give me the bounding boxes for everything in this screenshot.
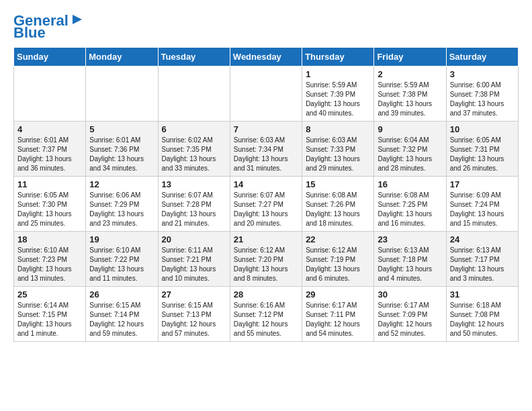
day-number: 1 (306, 69, 370, 79)
day-number: 7 (234, 124, 298, 134)
day-number: 29 (306, 289, 370, 300)
calendar-cell: 20Sunrise: 6:11 AM Sunset: 7:21 PM Dayli… (158, 232, 230, 287)
calendar-cell: 25Sunrise: 6:14 AM Sunset: 7:15 PM Dayli… (14, 287, 86, 342)
day-info: Sunrise: 6:10 AM Sunset: 7:22 PM Dayligh… (89, 246, 154, 283)
calendar-cell: 22Sunrise: 6:12 AM Sunset: 7:19 PM Dayli… (302, 232, 374, 287)
calendar-cell: 28Sunrise: 6:16 AM Sunset: 7:12 PM Dayli… (230, 287, 302, 342)
day-number: 11 (17, 179, 82, 189)
calendar-cell (86, 66, 158, 122)
calendar-cell: 13Sunrise: 6:07 AM Sunset: 7:28 PM Dayli… (158, 177, 230, 232)
calendar-cell: 23Sunrise: 6:13 AM Sunset: 7:18 PM Dayli… (374, 232, 446, 287)
day-info: Sunrise: 6:03 AM Sunset: 7:34 PM Dayligh… (234, 136, 298, 173)
logo-arrow-icon (70, 12, 85, 27)
column-header-tuesday: Tuesday (158, 48, 230, 66)
column-header-sunday: Sunday (14, 48, 86, 66)
calendar-cell: 8Sunrise: 6:03 AM Sunset: 7:33 PM Daylig… (302, 122, 374, 177)
calendar-cell: 31Sunrise: 6:18 AM Sunset: 7:08 PM Dayli… (446, 287, 518, 342)
day-number: 18 (17, 234, 82, 244)
column-header-monday: Monday (86, 48, 158, 66)
day-info: Sunrise: 6:04 AM Sunset: 7:32 PM Dayligh… (378, 136, 442, 173)
calendar-cell: 1Sunrise: 5:59 AM Sunset: 7:39 PM Daylig… (302, 66, 374, 122)
day-info: Sunrise: 6:17 AM Sunset: 7:09 PM Dayligh… (378, 301, 442, 338)
day-number: 14 (234, 179, 298, 189)
day-number: 28 (234, 289, 298, 300)
day-info: Sunrise: 6:11 AM Sunset: 7:21 PM Dayligh… (162, 246, 226, 283)
day-info: Sunrise: 6:07 AM Sunset: 7:27 PM Dayligh… (234, 191, 298, 228)
calendar-cell: 11Sunrise: 6:05 AM Sunset: 7:30 PM Dayli… (14, 177, 86, 232)
day-info: Sunrise: 6:14 AM Sunset: 7:15 PM Dayligh… (17, 301, 82, 338)
calendar-cell: 4Sunrise: 6:01 AM Sunset: 7:37 PM Daylig… (14, 122, 86, 177)
calendar-cell: 14Sunrise: 6:07 AM Sunset: 7:27 PM Dayli… (230, 177, 302, 232)
day-number: 2 (378, 69, 442, 79)
day-info: Sunrise: 6:16 AM Sunset: 7:12 PM Dayligh… (234, 301, 298, 338)
day-number: 15 (306, 179, 370, 189)
day-number: 25 (17, 289, 82, 300)
calendar-cell: 21Sunrise: 6:12 AM Sunset: 7:20 PM Dayli… (230, 232, 302, 287)
day-info: Sunrise: 5:59 AM Sunset: 7:39 PM Dayligh… (306, 81, 370, 118)
day-number: 23 (378, 234, 442, 244)
day-info: Sunrise: 6:13 AM Sunset: 7:17 PM Dayligh… (450, 246, 515, 283)
day-number: 5 (89, 124, 154, 134)
calendar-cell: 27Sunrise: 6:15 AM Sunset: 7:13 PM Dayli… (158, 287, 230, 342)
day-info: Sunrise: 6:01 AM Sunset: 7:36 PM Dayligh… (89, 136, 154, 173)
day-info: Sunrise: 6:18 AM Sunset: 7:08 PM Dayligh… (450, 301, 515, 338)
day-info: Sunrise: 6:03 AM Sunset: 7:33 PM Dayligh… (306, 136, 370, 173)
day-info: Sunrise: 6:06 AM Sunset: 7:29 PM Dayligh… (89, 191, 154, 228)
calendar-cell: 24Sunrise: 6:13 AM Sunset: 7:17 PM Dayli… (446, 232, 518, 287)
day-number: 13 (162, 179, 226, 189)
page-header: General Blue (13, 13, 519, 40)
day-info: Sunrise: 6:09 AM Sunset: 7:24 PM Dayligh… (450, 191, 515, 228)
calendar-cell: 26Sunrise: 6:15 AM Sunset: 7:14 PM Dayli… (86, 287, 158, 342)
column-header-friday: Friday (374, 48, 446, 66)
day-number: 8 (306, 124, 370, 134)
calendar-cell: 7Sunrise: 6:03 AM Sunset: 7:34 PM Daylig… (230, 122, 302, 177)
calendar-cell: 16Sunrise: 6:08 AM Sunset: 7:25 PM Dayli… (374, 177, 446, 232)
day-info: Sunrise: 6:01 AM Sunset: 7:37 PM Dayligh… (17, 136, 82, 173)
day-info: Sunrise: 5:59 AM Sunset: 7:38 PM Dayligh… (378, 81, 442, 118)
day-number: 24 (450, 234, 515, 244)
column-header-saturday: Saturday (446, 48, 518, 66)
day-number: 21 (234, 234, 298, 244)
day-number: 10 (450, 124, 515, 134)
day-info: Sunrise: 6:17 AM Sunset: 7:11 PM Dayligh… (306, 301, 370, 338)
calendar-cell: 6Sunrise: 6:02 AM Sunset: 7:35 PM Daylig… (158, 122, 230, 177)
calendar-cell: 19Sunrise: 6:10 AM Sunset: 7:22 PM Dayli… (86, 232, 158, 287)
day-info: Sunrise: 6:05 AM Sunset: 7:31 PM Dayligh… (450, 136, 515, 173)
calendar-table: SundayMondayTuesdayWednesdayThursdayFrid… (13, 47, 519, 342)
calendar-cell: 12Sunrise: 6:06 AM Sunset: 7:29 PM Dayli… (86, 177, 158, 232)
day-info: Sunrise: 6:13 AM Sunset: 7:18 PM Dayligh… (378, 246, 442, 283)
day-info: Sunrise: 6:12 AM Sunset: 7:19 PM Dayligh… (306, 246, 370, 283)
calendar-cell: 5Sunrise: 6:01 AM Sunset: 7:36 PM Daylig… (86, 122, 158, 177)
week-row-3: 11Sunrise: 6:05 AM Sunset: 7:30 PM Dayli… (14, 177, 519, 232)
day-number: 16 (378, 179, 442, 189)
day-number: 22 (306, 234, 370, 244)
day-info: Sunrise: 6:08 AM Sunset: 7:26 PM Dayligh… (306, 191, 370, 228)
day-info: Sunrise: 6:15 AM Sunset: 7:13 PM Dayligh… (162, 301, 226, 338)
day-info: Sunrise: 6:07 AM Sunset: 7:28 PM Dayligh… (162, 191, 226, 228)
day-number: 20 (162, 234, 226, 244)
day-number: 26 (89, 289, 154, 300)
day-number: 31 (450, 289, 515, 300)
day-number: 27 (162, 289, 226, 300)
day-info: Sunrise: 6:15 AM Sunset: 7:14 PM Dayligh… (89, 301, 154, 338)
calendar-cell: 29Sunrise: 6:17 AM Sunset: 7:11 PM Dayli… (302, 287, 374, 342)
day-info: Sunrise: 6:10 AM Sunset: 7:23 PM Dayligh… (17, 246, 82, 283)
day-number: 30 (378, 289, 442, 300)
calendar-cell: 18Sunrise: 6:10 AM Sunset: 7:23 PM Dayli… (14, 232, 86, 287)
week-row-1: 1Sunrise: 5:59 AM Sunset: 7:39 PM Daylig… (14, 66, 519, 122)
day-number: 19 (89, 234, 154, 244)
day-info: Sunrise: 6:02 AM Sunset: 7:35 PM Dayligh… (162, 136, 226, 173)
day-number: 17 (450, 179, 515, 189)
calendar-cell: 10Sunrise: 6:05 AM Sunset: 7:31 PM Dayli… (446, 122, 518, 177)
column-header-thursday: Thursday (302, 48, 374, 66)
week-row-5: 25Sunrise: 6:14 AM Sunset: 7:15 PM Dayli… (14, 287, 519, 342)
day-info: Sunrise: 6:00 AM Sunset: 7:38 PM Dayligh… (450, 81, 515, 118)
day-number: 6 (162, 124, 226, 134)
day-info: Sunrise: 6:08 AM Sunset: 7:25 PM Dayligh… (378, 191, 442, 228)
calendar-cell: 9Sunrise: 6:04 AM Sunset: 7:32 PM Daylig… (374, 122, 446, 177)
day-info: Sunrise: 6:05 AM Sunset: 7:30 PM Dayligh… (17, 191, 82, 228)
day-number: 9 (378, 124, 442, 134)
logo: General Blue (13, 13, 85, 40)
calendar-cell (14, 66, 86, 122)
day-info: Sunrise: 6:12 AM Sunset: 7:20 PM Dayligh… (234, 246, 298, 283)
